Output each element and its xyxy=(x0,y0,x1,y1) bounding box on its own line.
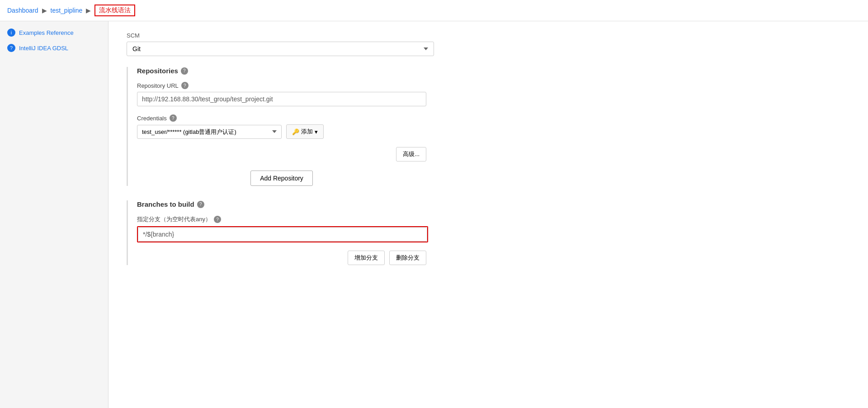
credentials-select[interactable]: - none - test_user/****** (gitlab普通用户认证) xyxy=(137,125,282,139)
add-credentials-label: 添加 xyxy=(301,128,313,136)
main-layout: i Examples Reference ? IntelliJ IDEA GDS… xyxy=(0,21,868,408)
sidebar-item-intellij-gdsl[interactable]: ? IntelliJ IDEA GDSL xyxy=(0,40,108,56)
branches-block: Branches to build ? 指定分支（为空时代表any） ? 增加分… xyxy=(127,200,850,265)
branch-specifier-help-icon[interactable]: ? xyxy=(214,216,221,223)
breadcrumb-dashboard[interactable]: Dashboard xyxy=(7,7,38,14)
delete-branch-button[interactable]: 删除分支 xyxy=(389,251,426,265)
branch-specifier-label: 指定分支（为空时代表any） xyxy=(137,215,211,223)
repository-url-group: Repository URL ? xyxy=(137,82,850,106)
key-icon: 🔑 xyxy=(292,128,299,135)
branch-buttons-row: 增加分支 删除分支 xyxy=(137,251,426,265)
add-branch-button[interactable]: 增加分支 xyxy=(348,251,385,265)
sidebar-item-examples-reference[interactable]: i Examples Reference xyxy=(0,25,108,40)
repositories-block: Repositories ? Repository URL ? Credenti… xyxy=(127,67,850,186)
scm-section: SCM None Git xyxy=(127,32,850,56)
branches-header: Branches to build ? xyxy=(137,200,850,208)
advanced-button[interactable]: 高级... xyxy=(396,147,426,161)
breadcrumb-pipeline[interactable]: test_pipline xyxy=(51,7,83,14)
repositories-header: Repositories ? xyxy=(137,67,850,75)
breadcrumb-separator-2: ▶ xyxy=(86,7,91,14)
add-repository-row: Add Repository xyxy=(137,171,426,186)
branch-specifier-input[interactable] xyxy=(138,227,427,242)
breadcrumb-current: 流水线语法 xyxy=(94,5,135,16)
repository-url-input[interactable] xyxy=(137,92,426,106)
sidebar-item-label-intellij: IntelliJ IDEA GDSL xyxy=(19,45,68,52)
scm-select[interactable]: None Git xyxy=(127,42,434,56)
repositories-title: Repositories xyxy=(137,67,178,75)
sidebar-item-label-examples: Examples Reference xyxy=(19,29,74,36)
branch-input-highlight xyxy=(137,226,428,242)
repository-url-help-icon[interactable]: ? xyxy=(181,82,189,89)
breadcrumb-bar: Dashboard ▶ test_pipline ▶ 流水线语法 xyxy=(0,0,868,21)
credentials-group: Credentials ? - none - test_user/****** … xyxy=(137,114,850,139)
add-credentials-button[interactable]: 🔑 添加 ▾ xyxy=(286,124,324,139)
repository-url-label: Repository URL xyxy=(137,82,179,89)
add-credentials-dropdown-icon: ▾ xyxy=(315,128,318,135)
credentials-label: Credentials xyxy=(137,115,167,122)
credentials-help-icon[interactable]: ? xyxy=(170,114,177,122)
repositories-help-icon[interactable]: ? xyxy=(181,67,188,75)
sidebar: i Examples Reference ? IntelliJ IDEA GDS… xyxy=(0,21,108,408)
branches-title: Branches to build xyxy=(137,200,194,208)
breadcrumb-separator-1: ▶ xyxy=(42,7,47,14)
credentials-row: - none - test_user/****** (gitlab普通用户认证)… xyxy=(137,124,850,139)
branch-specifier-group: 指定分支（为空时代表any） ? xyxy=(137,215,850,242)
branches-section: Branches to build ? 指定分支（为空时代表any） ? 增加分… xyxy=(127,200,850,265)
branch-specifier-label-row: 指定分支（为空时代表any） ? xyxy=(137,215,850,223)
scm-label: SCM xyxy=(127,32,850,39)
branches-help-icon[interactable]: ? xyxy=(197,201,204,208)
content-area: SCM None Git Repositories ? Repository U… xyxy=(108,21,868,408)
help-icon: ? xyxy=(7,44,15,52)
credentials-label-row: Credentials ? xyxy=(137,114,850,122)
advanced-row: 高级... xyxy=(137,147,426,161)
add-repository-button[interactable]: Add Repository xyxy=(250,171,313,186)
repository-url-label-row: Repository URL ? xyxy=(137,82,850,89)
info-icon: i xyxy=(7,28,15,37)
